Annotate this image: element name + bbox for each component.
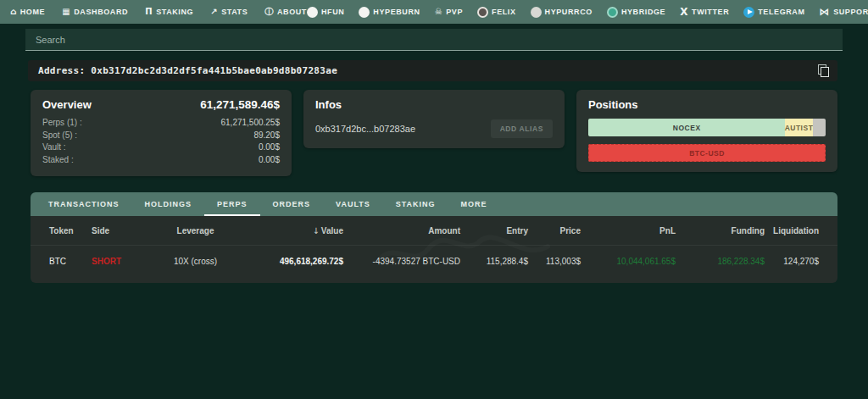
nav-item-felix[interactable]: FELIX xyxy=(477,7,516,18)
info-icon: ⓘ xyxy=(264,8,274,16)
search-bar xyxy=(25,29,843,51)
tab-more[interactable]: MORE xyxy=(448,192,500,216)
nav-label: HOME xyxy=(20,8,45,16)
cell-pnl: 10,044,061.65$ xyxy=(581,257,676,266)
chart-icon: ↗ xyxy=(210,8,218,16)
overview-row-label: Spot (5) : xyxy=(42,130,77,142)
wallet-address: Address: 0xb317d2bc2d3d2df5fa441b5bae0ab… xyxy=(38,65,337,76)
col-header-amount[interactable]: Amount xyxy=(343,226,460,236)
hypeburn-fox-icon xyxy=(359,7,370,18)
skull-icon: ☠ xyxy=(435,8,443,16)
cell-price: 113,003$ xyxy=(528,257,581,266)
nav-item-hfun[interactable]: HFUN xyxy=(307,7,344,18)
position-btc-usd-button[interactable]: BTC-USD xyxy=(588,144,826,162)
felix-icon xyxy=(477,7,488,18)
cell-amount: -4394.73527 BTC-USD xyxy=(343,257,460,266)
overview-row-value: 61,271,500.25$ xyxy=(220,117,280,130)
telegram-icon xyxy=(743,7,754,18)
overview-row-value: 89.20$ xyxy=(253,130,280,142)
nav-label: SUPPORT ME xyxy=(833,8,868,16)
overview-row-spot: Spot (5) : 89.20$ xyxy=(42,130,280,142)
nav-item-twitter[interactable]: X TWITTER xyxy=(680,7,729,17)
col-header-liquidation[interactable]: Liquidation xyxy=(765,226,819,236)
dashboard-icon: ▦ xyxy=(62,8,70,16)
sort-desc-icon: ↓ xyxy=(312,226,319,236)
nav-item-about[interactable]: ⓘ ABOUT xyxy=(264,8,307,16)
overview-row-perps: Perps (1) : 61,271,500.25$ xyxy=(42,117,280,130)
nav-label: TWITTER xyxy=(692,8,729,16)
infos-card: Infos 0xb317d2bc...b07283ae ADD ALIAS xyxy=(303,90,565,148)
tab-staking[interactable]: STAKING xyxy=(383,192,448,216)
cell-leverage: 10X (cross) xyxy=(151,257,240,266)
nav-right-group: HFUN HYPEBURN ☠ PVP FELIX HYPURRCO HYBRI… xyxy=(307,6,868,19)
nav-label: HFUN xyxy=(321,8,344,16)
cat-icon xyxy=(531,7,542,18)
nav-item-telegram[interactable]: TELEGRAM xyxy=(743,7,804,18)
tab-transactions[interactable]: TRANSACTIONS xyxy=(36,192,132,216)
positions-title: Positions xyxy=(588,98,638,111)
positions-segment-bar: NOCEX AUTIST xyxy=(588,119,826,136)
address-bar: Address: 0xb317d2bc2d3d2df5fa441b5bae0ab… xyxy=(28,60,837,81)
col-header-leverage[interactable]: Leverage xyxy=(151,226,240,236)
content-tabbar: TRANSACTIONS HOLDINGS PERPS ORDERS VAULT… xyxy=(31,192,837,216)
nav-label: HYPURRCO xyxy=(545,8,593,16)
nav-label: HYPEBURN xyxy=(373,8,420,16)
nav-label: PVP xyxy=(446,8,463,16)
add-alias-button[interactable]: ADD ALIAS xyxy=(491,119,553,138)
short-address: 0xb317d2bc...b07283ae xyxy=(315,124,415,134)
nav-item-hybridge[interactable]: HYBRIDGE xyxy=(607,7,665,18)
col-header-value-label: Value xyxy=(321,226,343,236)
nav-item-support-me[interactable]: ⋈ SUPPORT ME xyxy=(820,7,868,17)
nav-label: STAKING xyxy=(156,8,193,16)
cell-side: SHORT xyxy=(92,257,151,266)
nav-label: HYBRIDGE xyxy=(621,8,665,16)
cell-liquidation: 124,270$ xyxy=(765,257,819,266)
overview-row-vault: Vault : 0.00$ xyxy=(42,141,280,154)
nav-item-pvp[interactable]: ☠ PVP xyxy=(435,8,463,16)
col-header-funding[interactable]: Funding xyxy=(676,226,765,236)
col-header-value[interactable]: ↓Value xyxy=(240,226,343,236)
segment-autist[interactable]: AUTIST xyxy=(785,119,812,136)
hfun-fox-icon xyxy=(307,7,318,18)
col-header-pnl[interactable]: PnL xyxy=(581,226,676,236)
overview-row-staked: Staked : 0.00$ xyxy=(42,154,280,167)
top-navbar: ⌂ HOME ▦ DASHBOARD Π STAKING ↗ STATS ⓘ A… xyxy=(0,0,868,24)
col-header-side[interactable]: Side xyxy=(92,226,151,236)
tab-holdings[interactable]: HOLDINGS xyxy=(132,192,205,216)
segment-empty[interactable] xyxy=(813,119,826,136)
nav-item-hypeburn[interactable]: HYPEBURN xyxy=(359,7,420,18)
col-header-price[interactable]: Price xyxy=(528,226,581,236)
nav-left-group: ⌂ HOME ▦ DASHBOARD Π STAKING ↗ STATS ⓘ A… xyxy=(10,8,307,16)
nav-item-stats[interactable]: ↗ STATS xyxy=(210,8,248,16)
nav-item-hypurrco[interactable]: HYPURRCO xyxy=(531,7,593,18)
nav-item-staking[interactable]: Π STAKING xyxy=(145,8,193,16)
table-row[interactable]: BTC SHORT 10X (cross) 496,618,269.72$ -4… xyxy=(31,246,837,276)
x-twitter-icon: X xyxy=(680,7,688,17)
copy-icon[interactable] xyxy=(818,64,831,77)
tab-perps[interactable]: PERPS xyxy=(204,192,260,216)
segment-nocex[interactable]: NOCEX xyxy=(588,119,785,136)
nav-item-home[interactable]: ⌂ HOME xyxy=(10,8,45,16)
tab-orders[interactable]: ORDERS xyxy=(260,192,324,216)
cell-value: 496,618,269.72$ xyxy=(240,257,343,266)
search-input[interactable] xyxy=(25,29,843,51)
bowtie-icon: ⋈ xyxy=(820,7,831,17)
bank-icon: Π xyxy=(145,8,153,16)
overview-row-value: 0.00$ xyxy=(259,154,280,167)
cell-entry: 115,288.4$ xyxy=(460,257,528,266)
table-header-row: Token Side Leverage ↓Value Amount Entry … xyxy=(31,216,837,246)
tab-vaults[interactable]: VAULTS xyxy=(323,192,383,216)
globe-icon xyxy=(607,7,618,18)
overview-title: Overview xyxy=(42,98,92,111)
overview-row-label: Staked : xyxy=(42,154,74,167)
cell-token: BTC xyxy=(49,257,92,266)
nav-item-dashboard[interactable]: ▦ DASHBOARD xyxy=(62,8,128,16)
overview-card: Overview 61,271,589.46$ Perps (1) : 61,2… xyxy=(31,90,292,176)
nav-label: ABOUT xyxy=(277,8,307,16)
col-header-entry[interactable]: Entry xyxy=(460,226,528,236)
nav-label: DASHBOARD xyxy=(74,8,128,16)
overview-total-value: 61,271,589.46$ xyxy=(200,98,280,111)
overview-row-label: Vault : xyxy=(42,141,66,154)
col-header-token[interactable]: Token xyxy=(49,226,92,236)
home-icon: ⌂ xyxy=(10,8,17,16)
